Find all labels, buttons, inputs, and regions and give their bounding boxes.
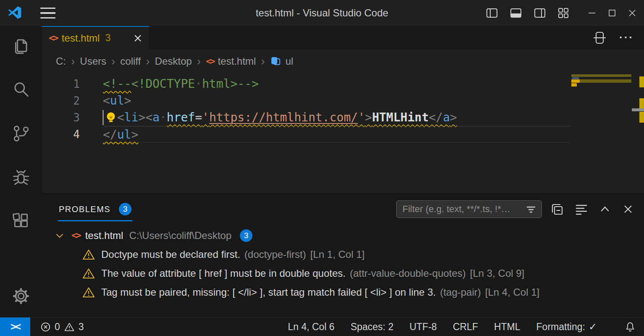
minimap[interactable] — [571, 74, 631, 192]
minimap-mark — [580, 79, 631, 83]
problems-file-name: test.html — [85, 230, 124, 242]
html-file-icon — [71, 230, 80, 241]
source-control-icon[interactable] — [11, 123, 31, 144]
notifications-bell-icon[interactable] — [625, 321, 636, 332]
problem-code: (attr-value-double-quotes) — [350, 268, 466, 279]
overview-warning-mark — [639, 76, 644, 87]
problem-location: [Ln 4, Col 1] — [485, 286, 539, 298]
gutter: 1234 — [42, 76, 80, 143]
remote-icon — [11, 321, 20, 333]
chevron-right-icon — [111, 55, 115, 67]
tab-test-html[interactable]: test.html 3 — [42, 26, 149, 49]
problem-location: [Ln 3, Col 9] — [470, 268, 524, 279]
error-icon — [40, 322, 51, 332]
tab-bar: test.html 3 ··· — [42, 26, 644, 49]
overview-ruler[interactable] — [631, 74, 644, 192]
status-formatting[interactable]: Formatting: — [536, 321, 597, 333]
problem-message: The value of attribute [ href ] must be … — [101, 268, 346, 279]
problem-message: Doctype must be declared first. — [101, 249, 240, 260]
explorer-icon[interactable] — [11, 36, 31, 56]
status-encoding[interactable]: UTF-8 — [410, 321, 437, 333]
warning-icon — [64, 322, 75, 332]
run-and-debug-icon[interactable] — [11, 167, 31, 187]
html-file-icon — [206, 56, 214, 67]
warning-icon — [82, 268, 101, 279]
minimap-mark — [572, 77, 579, 79]
breadcrumb-item-c-[interactable]: C: — [56, 55, 66, 67]
breadcrumb-item-ul[interactable]: ul — [270, 55, 293, 67]
minimize-icon[interactable] — [588, 9, 596, 17]
remote-indicator[interactable] — [0, 318, 30, 336]
problems-count-badge: 3 — [119, 203, 131, 215]
panel-header: PROBLEMS 3 — [42, 192, 644, 226]
breadcrumb-item-test-html[interactable]: test.html — [206, 55, 256, 67]
minimap-mark — [571, 83, 577, 87]
tab-label: test.html — [62, 32, 100, 44]
problems-filter-input[interactable] — [402, 203, 526, 215]
problems-tab-label: PROBLEMS — [59, 205, 110, 214]
code-line-3[interactable]: <li><a·href='https://htmlhint.com/'>HTML… — [103, 109, 570, 126]
more-actions-icon[interactable]: ··· — [619, 31, 634, 44]
warning-icon — [82, 286, 101, 298]
text-cursor — [103, 110, 104, 125]
split-editor-icon[interactable] — [592, 31, 607, 45]
overview-warning-mark — [639, 98, 644, 108]
minimap-mark — [571, 74, 631, 77]
problems-file-row[interactable]: test.html C:\Users\coliff\Desktop 3 — [42, 226, 644, 245]
close-window-icon[interactable] — [628, 9, 636, 17]
collapse-all-icon[interactable] — [550, 202, 564, 216]
code-line-2[interactable]: <ul> — [103, 92, 570, 109]
toggle-panel-icon[interactable] — [510, 8, 522, 18]
breadcrumb-item-users[interactable]: Users — [80, 55, 106, 67]
toggle-primary-sidebar-icon[interactable] — [486, 8, 498, 18]
breadcrumb: C:UserscoliffDesktoptest.htmlul — [42, 49, 644, 74]
code-line-4[interactable]: </ul> — [103, 126, 570, 143]
maximize-icon[interactable] — [608, 9, 616, 17]
status-language[interactable]: HTML — [494, 321, 520, 333]
symbol-icon — [270, 56, 281, 67]
toggle-secondary-sidebar-icon[interactable] — [534, 8, 546, 18]
chevron-right-icon — [146, 55, 150, 67]
problem-code: (doctype-first) — [244, 249, 306, 260]
chevron-right-icon — [261, 55, 265, 67]
extensions-icon[interactable] — [11, 211, 31, 231]
formatting-label: Formatting: — [536, 321, 585, 333]
warning-icon — [82, 249, 101, 260]
problem-row-1[interactable]: Doctype must be declared first.(doctype-… — [42, 245, 644, 264]
tab-close-icon[interactable] — [133, 34, 142, 43]
status-indentation[interactable]: Spaces: 2 — [350, 321, 393, 333]
breadcrumb-item-coliff[interactable]: coliff — [120, 55, 141, 67]
title-bar: test.html - Visual Studio Code — [0, 0, 644, 26]
html-file-icon — [49, 32, 57, 44]
chevron-right-icon — [197, 55, 201, 67]
code-editor[interactable]: 1234 <!--<!DOCTYPE·html>--><ul> <li><a·h… — [42, 74, 644, 192]
status-cursor-position[interactable]: Ln 4, Col 6 — [288, 321, 334, 333]
customize-layout-icon[interactable] — [558, 8, 569, 18]
breadcrumb-item-desktop[interactable]: Desktop — [155, 55, 192, 67]
maximize-panel-icon[interactable] — [599, 203, 611, 215]
code-lines: <!--<!DOCTYPE·html>--><ul> <li><a·href='… — [103, 76, 570, 143]
search-icon[interactable] — [11, 80, 31, 100]
filter-icon — [526, 204, 536, 215]
menu-icon[interactable] — [40, 8, 55, 19]
settings-gear-icon[interactable] — [11, 286, 31, 306]
problem-location: [Ln 1, Col 1] — [310, 249, 365, 260]
problems-file-path: C:\Users\coliff\Desktop — [129, 230, 231, 242]
error-count: 0 — [55, 321, 60, 333]
problem-row-3[interactable]: Tag must be paired, missing: [ </li> ], … — [42, 283, 644, 302]
view-as-list-icon[interactable] — [575, 203, 588, 215]
status-problems[interactable]: 0 3 — [40, 321, 84, 333]
chevron-down-icon[interactable] — [55, 231, 65, 241]
close-panel-icon[interactable] — [622, 203, 634, 215]
tab-problems[interactable]: PROBLEMS 3 — [59, 192, 131, 226]
problem-row-2[interactable]: The value of attribute [ href ] must be … — [42, 264, 644, 283]
tab-problems-badge: 3 — [105, 32, 110, 44]
lightbulb-icon[interactable] — [105, 111, 117, 124]
chevron-right-icon — [71, 55, 75, 67]
warning-count: 3 — [79, 321, 84, 333]
status-eol[interactable]: CRLF — [453, 321, 478, 333]
problem-message: Tag must be paired, missing: [ </li> ], … — [101, 286, 436, 298]
code-line-1[interactable]: <!--<!DOCTYPE·html>--> — [103, 76, 570, 92]
problems-file-badge: 3 — [240, 229, 252, 242]
vscode-logo-icon — [8, 6, 22, 20]
